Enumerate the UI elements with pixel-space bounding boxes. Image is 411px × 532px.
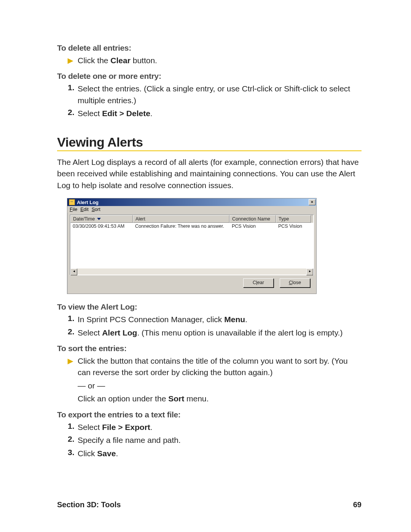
bold-text: Save (97, 449, 116, 458)
step-text: Click the Clear button. (78, 55, 157, 66)
column-header-type[interactable]: Type (276, 215, 311, 223)
close-icon[interactable]: × (309, 199, 315, 205)
column-header-datetime[interactable]: Date/Time (70, 215, 133, 223)
bold-text: Sort (168, 394, 184, 403)
step-text: Click an option under the Sort menu. (78, 393, 209, 404)
button-row: Clear Close (70, 275, 314, 291)
text: . (150, 423, 153, 431)
step-text: Select the entries. (Click a single entr… (78, 83, 362, 106)
list-item: ▶ Click the button that contains the tit… (68, 355, 362, 379)
step-number: 1. (68, 83, 78, 92)
heading-delete-one: To delete one or more entry: (57, 72, 362, 81)
bold-text: Edit > Delete (102, 109, 150, 118)
step-text: Select File > Export. (78, 422, 153, 433)
step-text: Click the button that contains the title… (78, 355, 362, 379)
listview-header: Date/Time Alert Connection Name Type (70, 215, 313, 223)
triangle-bullet-icon: ▶ (68, 355, 78, 366)
step-number: 1. (68, 314, 78, 323)
list-item: ▶ Click the Clear button. (68, 55, 362, 66)
intro-paragraph: The Alert Log displays a record of all a… (57, 157, 362, 191)
step-number: 3. (68, 448, 78, 457)
step-text: Specify a file name and path. (78, 435, 181, 446)
bold-text: File > Export (102, 423, 150, 431)
cell-alert: Connection Failure: There was no answer. (133, 224, 229, 229)
heading-sort-entries: To sort the entries: (57, 344, 362, 353)
window-title: Alert Log (77, 200, 99, 205)
menubar: File Edit Sort (67, 206, 316, 213)
heading-view-alert-log: To view the Alert Log: (57, 302, 362, 312)
step-number: 1. (68, 422, 78, 431)
page: To delete all entries: ▶ Click the Clear… (0, 0, 411, 532)
text: Select (78, 109, 102, 118)
page-number: 69 (353, 500, 362, 509)
text: Select (78, 328, 102, 337)
step-text: Select Edit > Delete. (78, 108, 153, 119)
text: Select (78, 423, 102, 431)
heading-delete-all: To delete all entries: (57, 43, 362, 53)
footer-section: Section 3D: Tools (57, 500, 121, 509)
cell-connection: PCS Vision (229, 224, 276, 229)
triangle-bullet-icon: ▶ (68, 55, 78, 66)
step-number: 2. (68, 435, 78, 444)
text: . (245, 315, 247, 324)
list-item: — or — (68, 380, 362, 391)
list-item: Click an option under the Sort menu. (68, 393, 362, 404)
list-item: 1. In Sprint PCS Connection Manager, cli… (68, 314, 362, 325)
close-button[interactable]: Close (280, 278, 310, 288)
column-header-connection[interactable]: Connection Name (229, 215, 276, 223)
listview: Date/Time Alert Connection Name Type 03/… (70, 214, 314, 275)
step-text: In Sprint PCS Connection Manager, click … (78, 314, 247, 325)
list-item: 3. Click Save. (68, 448, 362, 459)
alert-log-window: Alert Log × File Edit Sort Date/Time Ale… (67, 198, 317, 294)
bold-text: Alert Log (102, 328, 137, 337)
step-text: Select Alert Log. (This menu option is u… (78, 327, 342, 339)
heading-export-entries: To export the entries to a text file: (57, 410, 362, 419)
column-header-alert[interactable]: Alert (133, 215, 229, 223)
divider (57, 150, 362, 151)
cell-type: PCS Vision (276, 224, 311, 229)
text: Click (78, 449, 97, 458)
or-text: — or — (78, 380, 105, 391)
menu-file[interactable]: File (70, 207, 77, 212)
scroll-track[interactable] (77, 268, 306, 275)
menu-sort[interactable]: Sort (92, 207, 100, 212)
app-icon (69, 199, 75, 205)
listview-body[interactable]: 03/30/2005 09:41:53 AM Connection Failur… (70, 223, 313, 268)
list-item: 2. Select Edit > Delete. (68, 108, 362, 119)
step-number: 2. (68, 327, 78, 336)
text: In Sprint PCS Connection Manager, click (78, 315, 224, 324)
page-footer: Section 3D: Tools 69 (57, 500, 362, 509)
list-item: 1. Select the entries. (Click a single e… (68, 83, 362, 106)
window-client: Date/Time Alert Connection Name Type 03/… (70, 214, 314, 291)
cell-datetime: 03/30/2005 09:41:53 AM (70, 224, 133, 229)
clear-button[interactable]: Clear (243, 278, 274, 288)
text: . (150, 109, 153, 118)
text: . (This menu option is unavailable if th… (137, 328, 342, 337)
titlebar: Alert Log × (67, 198, 316, 206)
table-row[interactable]: 03/30/2005 09:41:53 AM Connection Failur… (70, 223, 313, 230)
text: . (116, 449, 118, 458)
text: Click an option under the (78, 394, 168, 403)
list-item: 1. Select File > Export. (68, 422, 362, 433)
section-title: Viewing Alerts (57, 135, 362, 150)
horizontal-scrollbar[interactable]: ◂ ▸ (70, 268, 313, 275)
menu-edit[interactable]: Edit (80, 207, 89, 212)
text: button. (131, 56, 157, 65)
scroll-left-icon[interactable]: ◂ (70, 268, 77, 275)
column-label: Date/Time (73, 216, 95, 222)
list-item: 2. Select Alert Log. (This menu option i… (68, 327, 362, 339)
text: menu. (184, 394, 209, 403)
bold-text: Menu (224, 315, 245, 324)
bold-text: Clear (110, 56, 131, 65)
sort-desc-icon (97, 218, 101, 220)
scroll-right-icon[interactable]: ▸ (306, 268, 313, 275)
list-item: 2. Specify a file name and path. (68, 435, 362, 446)
step-text: Click Save. (78, 448, 118, 459)
step-number: 2. (68, 108, 78, 117)
text: Click the (78, 56, 110, 65)
